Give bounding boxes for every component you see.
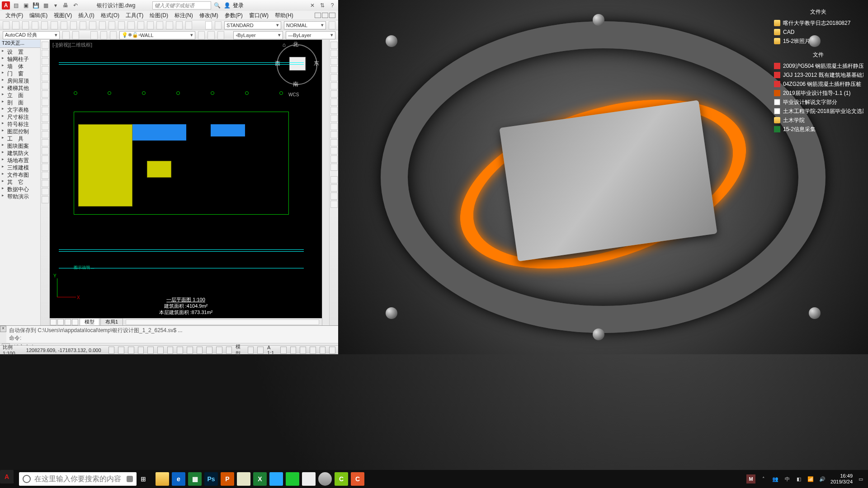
explode-icon[interactable]	[330, 164, 338, 171]
excel-app-icon[interactable]: ▦	[188, 472, 202, 486]
status-model[interactable]: 模型	[236, 343, 244, 357]
desktop-file[interactable]: 土木工程学院-2018届毕业论文选题汇总...	[773, 107, 863, 116]
layer-states-icon[interactable]	[100, 31, 107, 39]
region-icon[interactable]	[42, 172, 49, 179]
trim-icon[interactable]	[330, 115, 338, 122]
user-icon[interactable]: 👤	[223, 1, 231, 9]
xline-icon[interactable]	[42, 50, 49, 57]
desktop-folder[interactable]: CAD	[773, 28, 863, 37]
snap-toggle[interactable]	[108, 347, 115, 354]
people-icon[interactable]: 👥	[772, 475, 779, 483]
menu-draw[interactable]: 绘图(D)	[147, 12, 171, 19]
ellipsearc-icon[interactable]	[42, 123, 49, 130]
palette-item[interactable]: 设 置	[0, 48, 40, 55]
qv-layouts-icon[interactable]	[248, 347, 254, 354]
stayconn-icon[interactable]: ⇅	[318, 1, 326, 9]
tab-last-icon[interactable]	[72, 319, 78, 325]
ellipse-icon[interactable]	[42, 115, 49, 122]
palette-item[interactable]: 文字表格	[0, 106, 40, 113]
tab-next-icon[interactable]	[65, 319, 71, 325]
excel-icon[interactable]: X	[253, 472, 267, 486]
qat-saveas-icon[interactable]: ▦	[42, 1, 50, 9]
chamfer-icon[interactable]	[330, 147, 338, 155]
scale-label[interactable]: 比例 1:100	[3, 344, 23, 356]
qat-plot-icon[interactable]: ▾	[52, 1, 60, 9]
textstyle-icon[interactable]	[215, 21, 222, 29]
tb-dc-icon[interactable]	[147, 21, 154, 29]
color-swatch-icon[interactable]	[205, 21, 212, 29]
circle-icon[interactable]	[42, 90, 49, 98]
desktop-file[interactable]: 04ZG206 钢筋混凝土插杆静压桩	[773, 80, 863, 89]
exchange-icon[interactable]: ✕	[308, 1, 316, 9]
extend-icon[interactable]	[330, 123, 338, 130]
tb-save-icon[interactable]	[22, 21, 29, 29]
menu-format[interactable]: 格式(O)	[98, 12, 122, 19]
desktop-file[interactable]: 毕业设计解说文字部分	[773, 98, 863, 107]
desktop-folder[interactable]: 喀什大学教学日志20180827	[773, 19, 863, 28]
rect-icon[interactable]	[42, 74, 49, 81]
polar-toggle[interactable]	[138, 347, 144, 354]
dimstyle-combo[interactable]: NORMAL▾	[284, 21, 326, 29]
arc-icon[interactable]	[42, 82, 49, 89]
v-scrollbar[interactable]	[322, 40, 329, 325]
menu-file[interactable]: 文件(F)	[3, 12, 26, 19]
ortho-toggle[interactable]	[128, 347, 134, 354]
qat-new-icon[interactable]: ▤	[12, 1, 20, 9]
ime-icon[interactable]: 中	[783, 475, 791, 483]
palette-item[interactable]: 楼梯其他	[0, 84, 40, 91]
addsel-icon[interactable]	[42, 196, 49, 203]
palette-item[interactable]: 图层控制	[0, 127, 40, 135]
tab-prev-icon[interactable]	[57, 319, 64, 325]
tab-layout1[interactable]: 布局1	[100, 318, 123, 326]
palette-item[interactable]: 文件布图	[0, 171, 40, 178]
disc-icon[interactable]	[318, 472, 332, 486]
desktop-file[interactable]: 2019届毕业设计指导-1.1 (1)	[773, 89, 863, 98]
polygon-icon[interactable]	[42, 66, 49, 73]
offset-icon[interactable]	[330, 66, 338, 73]
tb-tp-icon[interactable]	[156, 21, 163, 29]
qat-save-icon[interactable]: 💾	[32, 1, 40, 9]
color-combo[interactable]: ▫ ByLayer▾	[233, 31, 283, 39]
tab-model[interactable]: 模型	[80, 318, 99, 326]
menu-param[interactable]: 参数(P)	[222, 12, 245, 19]
photoshop-icon[interactable]: Ps	[204, 472, 218, 486]
notepad-icon[interactable]	[237, 472, 250, 486]
insert-icon[interactable]	[42, 131, 49, 138]
desktop-file[interactable]: 2009沪G504 钢筋混凝土插杆静压桩	[773, 61, 863, 70]
draworder4-icon[interactable]	[330, 201, 338, 208]
tb-cut-icon[interactable]	[51, 21, 57, 29]
tray-overflow-icon[interactable]: ˄	[760, 475, 767, 483]
spline-icon[interactable]	[42, 107, 49, 114]
tb-open-icon[interactable]	[12, 21, 19, 29]
draworder2-icon[interactable]	[330, 184, 338, 192]
hatch-icon[interactable]	[42, 155, 49, 163]
sc-toggle[interactable]	[226, 347, 232, 354]
palette-item[interactable]: 帮助演示	[0, 192, 40, 200]
palette-item[interactable]: 场地布置	[0, 156, 40, 164]
lwt-toggle[interactable]	[197, 347, 203, 354]
taskbar-search[interactable]: 在这里输入你要搜索的内容	[19, 472, 137, 486]
tray-app2-icon[interactable]: ◧	[795, 475, 802, 483]
3dosnap-toggle[interactable]	[157, 347, 164, 354]
palette-item[interactable]: 尺寸标注	[0, 113, 40, 120]
desktop-folder[interactable]: 15-2班照片	[773, 37, 863, 46]
coord-readout[interactable]: 1208279.609, -171873.132, 0.000	[26, 347, 101, 353]
taskview-icon[interactable]: ⊞	[137, 472, 150, 486]
tb-markup-icon[interactable]	[176, 21, 183, 29]
otrack-toggle[interactable]	[167, 347, 174, 354]
palette-item[interactable]: 剖 面	[0, 99, 40, 106]
palette-item[interactable]: 门 窗	[0, 70, 40, 77]
menu-window[interactable]: 窗口(W)	[246, 12, 271, 19]
help-search-input[interactable]	[152, 1, 211, 9]
tb-zoomwin-icon[interactable]	[118, 21, 125, 29]
fillet-icon[interactable]	[330, 155, 338, 163]
palette-item[interactable]: 墙 体	[0, 62, 40, 70]
action-center-icon[interactable]: ▭	[857, 475, 864, 483]
menu-help[interactable]: 帮助(H)	[272, 12, 296, 19]
tb-sheet-icon[interactable]	[166, 21, 173, 29]
pline-icon[interactable]	[42, 58, 49, 65]
copy-icon[interactable]	[330, 50, 338, 57]
cleanscreen-icon[interactable]	[329, 347, 335, 354]
tb-undo-icon[interactable]	[89, 21, 96, 29]
title-bar[interactable]: A ▤ ▣ 💾 ▦ ▾ 🖶 ↶ 银行设计图.dwg 🔍 👤 登录 ✕ ⇅ ?	[0, 0, 338, 11]
